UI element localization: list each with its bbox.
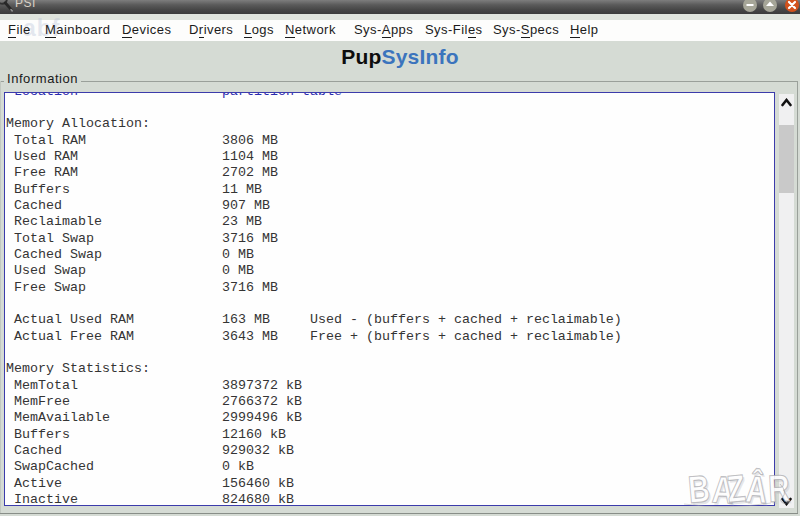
svg-text:B: B bbox=[686, 467, 711, 511]
